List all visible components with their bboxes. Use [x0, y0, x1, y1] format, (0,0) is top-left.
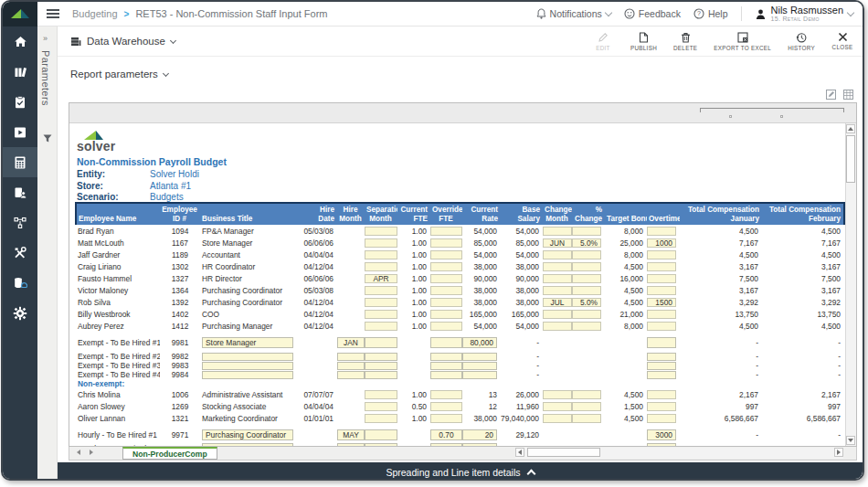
cell-hire_month[interactable]: JAN	[337, 335, 365, 349]
cell-cur_rate[interactable]	[462, 441, 501, 446]
cell-ovr_fte[interactable]	[430, 361, 462, 370]
cell-hire_month[interactable]	[337, 361, 365, 370]
cell-chg_month[interactable]	[543, 388, 572, 400]
sidebar-item-tasks[interactable]	[3, 87, 37, 117]
cell-sep_month[interactable]	[365, 361, 397, 370]
vertical-scroll-thumb[interactable]	[846, 135, 855, 183]
edit-report-icon[interactable]	[826, 90, 836, 100]
column-outline-strip[interactable]	[69, 103, 856, 123]
cell-hire_month[interactable]	[337, 370, 365, 379]
cell-cur_rate[interactable]: 80,000	[462, 335, 501, 349]
menu-icon[interactable]	[47, 7, 59, 20]
sidebar-item-budget-input[interactable]	[3, 147, 37, 177]
cell-sep_month[interactable]	[365, 388, 397, 400]
data-source-dropdown[interactable]: Data Warehouse	[70, 36, 175, 47]
cell-title[interactable]	[200, 441, 293, 446]
cell-pct_change[interactable]	[572, 388, 605, 400]
cell-ovr_fte[interactable]	[430, 335, 462, 349]
cell-pct_change[interactable]	[572, 412, 605, 424]
scroll-up-button[interactable]	[846, 124, 855, 133]
cell-title[interactable]	[200, 352, 293, 361]
cell-overtime[interactable]	[647, 284, 680, 296]
cell-chg_month[interactable]	[543, 412, 572, 424]
cell-chg_month[interactable]: JUL	[543, 296, 572, 308]
cell-ovr_fte[interactable]	[430, 260, 462, 272]
cell-ovr_fte[interactable]	[430, 308, 462, 320]
cell-chg_month[interactable]	[543, 225, 572, 237]
cell-overtime[interactable]	[647, 225, 680, 237]
cell-overtime[interactable]	[647, 260, 680, 272]
cell-sep_month[interactable]: APR	[365, 272, 397, 284]
cell-overtime[interactable]	[647, 352, 680, 361]
sidebar-item-assignments[interactable]	[3, 177, 37, 207]
cell-sep_month[interactable]	[365, 412, 397, 424]
sidebar-item-settings[interactable]	[3, 298, 37, 328]
horizontal-scroll-thumb[interactable]	[527, 448, 600, 457]
cell-sep_month[interactable]	[365, 296, 397, 308]
horizontal-scrollbar[interactable]	[515, 448, 843, 459]
cell-overtime[interactable]: 1000	[647, 237, 680, 249]
cell-ovr_fte[interactable]	[430, 400, 462, 412]
edit-button[interactable]: EDIT	[592, 32, 614, 51]
cell-overtime[interactable]	[647, 400, 680, 412]
cell-hire_month[interactable]: MAY	[337, 428, 365, 441]
cell-pct_change[interactable]: 5.0%	[572, 237, 605, 249]
cell-sep_month[interactable]	[365, 320, 397, 332]
cell-cur_rate[interactable]	[462, 352, 501, 361]
cell-sep_month[interactable]	[365, 237, 397, 249]
cell-cur_rate[interactable]	[462, 361, 501, 370]
cell-title[interactable]	[200, 361, 293, 370]
cell-ovr_fte[interactable]	[430, 296, 462, 308]
app-logo[interactable]	[3, 2, 37, 26]
user-menu[interactable]: Nils Rasmussen 15. Retail Demo	[755, 5, 853, 22]
grid-view-icon[interactable]	[843, 90, 853, 100]
publish-button[interactable]: PUBLISH	[630, 32, 657, 51]
cell-overtime[interactable]	[647, 320, 680, 332]
tab-scroll-left-icon[interactable]	[77, 450, 80, 455]
cell-sep_month[interactable]	[365, 428, 397, 441]
cell-pct_change[interactable]	[572, 225, 605, 237]
sidebar-item-workflow[interactable]	[3, 207, 37, 238]
sidebar-item-data-warehouse[interactable]	[3, 268, 37, 298]
scroll-right-button[interactable]	[834, 448, 843, 457]
history-button[interactable]: HISTORY	[788, 32, 815, 51]
spreading-details-toggle[interactable]: Spreading and Line item details	[58, 462, 863, 481]
cell-overtime[interactable]	[647, 335, 680, 349]
cell-overtime[interactable]	[647, 272, 680, 284]
cell-chg_month[interactable]	[543, 320, 572, 332]
help-button[interactable]: ? Help	[693, 8, 728, 19]
scroll-left-button[interactable]	[515, 448, 524, 457]
cell-chg_month[interactable]	[543, 272, 572, 284]
cell-overtime[interactable]: 1500	[647, 296, 680, 308]
cell-ovr_fte[interactable]	[430, 237, 462, 249]
cell-pct_change[interactable]	[572, 284, 605, 296]
cell-cur_rate[interactable]: 20	[462, 428, 501, 441]
cell-sep_month[interactable]	[365, 308, 397, 320]
cell-title[interactable]	[200, 370, 293, 379]
cell-title[interactable]: Store Manager	[200, 335, 293, 349]
cell-ovr_fte[interactable]	[430, 225, 462, 237]
cell-ovr_fte[interactable]	[430, 284, 462, 296]
cell-ovr_fte[interactable]	[430, 249, 462, 260]
cell-ovr_fte[interactable]	[430, 272, 462, 284]
cell-pct_change[interactable]	[572, 272, 605, 284]
cell-overtime[interactable]	[647, 249, 680, 260]
scroll-down-button[interactable]	[846, 436, 855, 445]
cell-sep_month[interactable]	[365, 335, 397, 349]
export-to-excel-button[interactable]: EXPORT TO EXCEL	[714, 32, 771, 51]
filter-icon[interactable]	[43, 134, 52, 143]
cell-pct_change[interactable]	[572, 320, 605, 332]
cell-hire_month[interactable]	[337, 352, 365, 361]
cell-overtime[interactable]	[647, 388, 680, 400]
cell-ovr_fte[interactable]	[430, 441, 462, 446]
cell-cur_rate[interactable]	[462, 370, 501, 379]
cell-ovr_fte[interactable]	[430, 370, 462, 379]
cell-sep_month[interactable]	[365, 225, 397, 237]
cell-ovr_fte[interactable]	[430, 412, 462, 424]
parameters-panel[interactable]: » Parameters	[37, 26, 58, 479]
cell-overtime[interactable]	[647, 370, 680, 379]
cell-overtime[interactable]	[647, 361, 680, 370]
cell-overtime[interactable]	[647, 412, 680, 424]
report-parameters-dropdown[interactable]: Report parameters	[70, 69, 168, 79]
cell-hire_month[interactable]	[337, 441, 365, 446]
